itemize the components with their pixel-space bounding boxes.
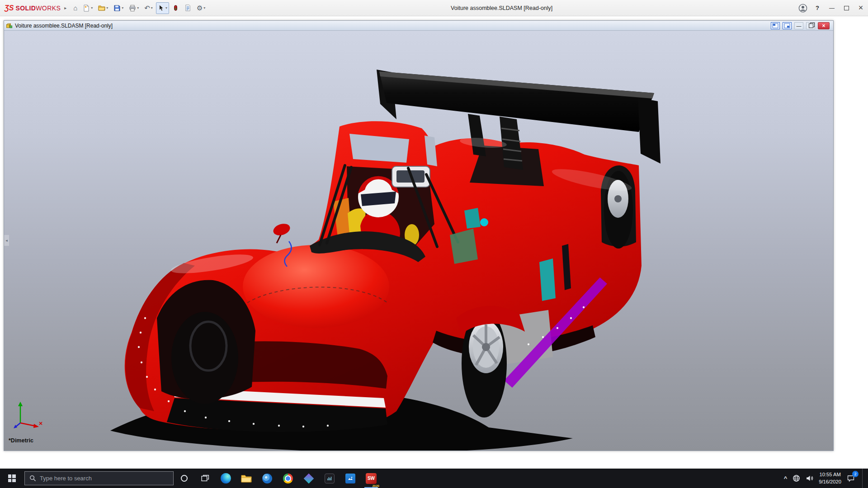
open-button[interactable]: ▾ bbox=[96, 2, 110, 14]
notification-center-button[interactable]: 2 bbox=[847, 469, 857, 488]
solidworks-icon: SW bbox=[366, 473, 377, 484]
3ds-logo-glyph: ƷS bbox=[5, 4, 14, 12]
undo-button[interactable]: ↶ ▾ bbox=[142, 2, 155, 14]
front-tire bbox=[171, 312, 238, 404]
far-hub bbox=[614, 195, 622, 202]
photos-button[interactable] bbox=[340, 469, 361, 488]
show-desktop-button[interactable] bbox=[862, 469, 865, 488]
select-arrow-icon bbox=[158, 5, 165, 11]
doc-minimize-button[interactable]: — bbox=[794, 22, 803, 29]
3d-viewport[interactable]: *Dimetric ◂ bbox=[4, 31, 833, 450]
left-mirror-stalk bbox=[277, 235, 281, 243]
speaker-icon bbox=[806, 474, 813, 482]
tile-window-button[interactable] bbox=[771, 22, 780, 29]
document-title: Voiture assomblee.SLDASM [Read-only] bbox=[15, 23, 113, 29]
quick-access-toolbar: ⌂ ▾ ▾ ▾ ▾ ↶ ▾ ▾ bbox=[71, 2, 208, 14]
gear-icon: ⚙ bbox=[197, 5, 203, 11]
new-document-button[interactable]: ▾ bbox=[80, 2, 95, 14]
glass-teal bbox=[464, 208, 481, 229]
home-button[interactable]: ⌂ bbox=[71, 2, 80, 14]
assembly-document-icon bbox=[6, 22, 13, 29]
compass-browser-icon bbox=[262, 474, 272, 483]
car-3d-model[interactable] bbox=[110, 70, 660, 450]
close-button[interactable]: × bbox=[854, 0, 868, 16]
panel-collapse-arrow-icon[interactable]: ◂ bbox=[4, 235, 9, 246]
app-titlebar: ƷS SOLID WORKS ▸ ⌂ ▾ ▾ ▾ ▾ bbox=[0, 0, 868, 16]
maximize-icon bbox=[844, 6, 849, 10]
hidden-icons-button[interactable]: ^ bbox=[784, 469, 788, 488]
brand-solid: SOLID bbox=[15, 5, 36, 12]
document-titlebar[interactable]: Voiture assomblee.SLDASM [Read-only] — × bbox=[4, 21, 833, 31]
menu-flyout-arrow-icon[interactable]: ▸ bbox=[64, 5, 66, 10]
rear-hub bbox=[482, 343, 490, 351]
doc-close-button[interactable]: × bbox=[818, 22, 830, 29]
volume-button[interactable] bbox=[806, 469, 813, 488]
file-explorer-icon bbox=[241, 474, 252, 483]
side-window-teal bbox=[539, 258, 556, 301]
browser-button[interactable] bbox=[257, 469, 278, 488]
taskbar-search[interactable] bbox=[24, 471, 174, 485]
front-wheel[interactable] bbox=[157, 280, 255, 404]
chrome-button[interactable] bbox=[278, 469, 298, 488]
wing-endplate-right bbox=[638, 98, 660, 164]
maximize-button[interactable] bbox=[839, 0, 854, 16]
cortana-button[interactable] bbox=[174, 469, 194, 488]
print-button[interactable]: ▾ bbox=[127, 2, 141, 14]
search-icon bbox=[29, 475, 36, 482]
start-button[interactable] bbox=[0, 469, 24, 488]
edge-button[interactable] bbox=[215, 469, 236, 488]
network-globe-icon bbox=[793, 474, 800, 482]
rebuild-button[interactable] bbox=[170, 2, 181, 14]
options-button[interactable]: ⚙ ▾ bbox=[194, 2, 208, 14]
file-properties-icon bbox=[184, 5, 191, 11]
3d-viewer-button[interactable] bbox=[298, 469, 319, 488]
task-view-button[interactable] bbox=[194, 469, 215, 488]
tile-window-icon bbox=[772, 23, 778, 28]
document-window: Voiture assomblee.SLDASM [Read-only] — × bbox=[4, 20, 834, 451]
glass-green bbox=[450, 229, 478, 264]
float-window-icon bbox=[784, 23, 790, 28]
sensor-cyan bbox=[480, 218, 488, 226]
photos-icon bbox=[345, 474, 355, 483]
help-button[interactable]: ? bbox=[810, 0, 825, 16]
select-tool-button[interactable]: ▾ bbox=[156, 2, 169, 14]
brand-works: WORKS bbox=[36, 5, 61, 12]
view-orientation-label: *Dimetric bbox=[9, 437, 33, 444]
open-folder-icon bbox=[98, 5, 105, 12]
windows-taskbar: SW 2020 ^ 10:55 AM 9/16/2020 2 bbox=[0, 469, 868, 488]
dropdown-arrow-icon: ▾ bbox=[151, 6, 153, 10]
system-tray: ^ 10:55 AM 9/16/2020 2 bbox=[784, 469, 868, 488]
solidworks-logo: ƷS SOLID WORKS bbox=[5, 4, 61, 12]
3d-scene[interactable] bbox=[4, 31, 833, 450]
solidworks-taskbar-button[interactable]: SW 2020 bbox=[361, 469, 382, 488]
save-icon bbox=[113, 5, 121, 12]
account-button[interactable] bbox=[796, 0, 810, 16]
file-properties-button[interactable] bbox=[182, 2, 193, 14]
cortana-icon bbox=[181, 475, 188, 482]
save-button[interactable]: ▾ bbox=[111, 2, 126, 14]
chrome-icon bbox=[283, 474, 293, 483]
restore-icon bbox=[809, 24, 812, 28]
dropdown-arrow-icon: ▾ bbox=[165, 6, 167, 10]
edge-icon bbox=[221, 473, 231, 483]
media-app-icon bbox=[325, 474, 335, 483]
file-explorer-button[interactable] bbox=[236, 469, 257, 488]
window-controls: ? — × bbox=[796, 0, 868, 16]
network-button[interactable] bbox=[793, 469, 800, 488]
search-input[interactable] bbox=[40, 475, 169, 482]
taskbar-clock[interactable]: 10:55 AM 9/16/2020 bbox=[819, 471, 841, 485]
media-app-button[interactable] bbox=[319, 469, 340, 488]
app-title: Voiture assomblee.SLDASM [Read-only] bbox=[208, 5, 796, 11]
home-icon: ⌂ bbox=[73, 5, 77, 11]
minimize-button[interactable]: — bbox=[825, 0, 839, 16]
dropdown-arrow-icon: ▾ bbox=[106, 6, 108, 10]
doc-restore-button[interactable] bbox=[806, 22, 815, 29]
float-window-button[interactable] bbox=[783, 22, 792, 29]
clock-time: 10:55 AM bbox=[819, 471, 841, 478]
undo-icon: ↶ bbox=[144, 5, 150, 11]
rebuild-icon bbox=[172, 5, 179, 11]
windows-logo-icon bbox=[8, 474, 16, 482]
solidworks-app-window: ƷS SOLID WORKS ▸ ⌂ ▾ ▾ ▾ ▾ bbox=[0, 0, 868, 488]
orientation-triad bbox=[13, 400, 43, 430]
notification-badge: 2 bbox=[852, 471, 859, 477]
